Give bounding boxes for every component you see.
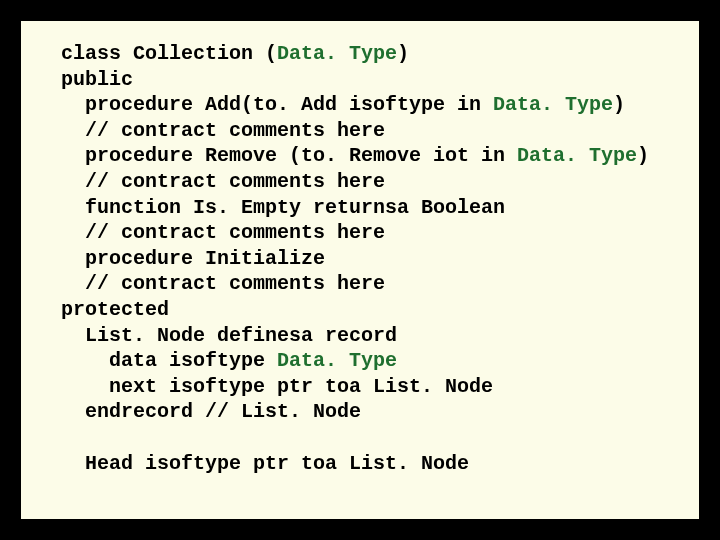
- code-block: class Collection (Data. Type) public pro…: [61, 41, 669, 476]
- code-line: data isoftype: [61, 349, 277, 372]
- code-panel: class Collection (Data. Type) public pro…: [18, 18, 702, 522]
- code-line: procedure Initialize: [61, 247, 325, 270]
- code-text: ): [613, 93, 625, 116]
- code-line: public: [61, 68, 133, 91]
- type-keyword: Data. Type: [277, 349, 397, 372]
- type-keyword: Data. Type: [277, 42, 397, 65]
- code-line: class Collection (: [61, 42, 277, 65]
- code-line: // contract comments here: [61, 221, 385, 244]
- code-text: ): [397, 42, 409, 65]
- code-line: endrecord // List. Node: [61, 400, 361, 423]
- code-line: Head isoftype ptr toa List. Node: [61, 452, 469, 475]
- code-text: ): [637, 144, 649, 167]
- code-line: next isoftype ptr toa List. Node: [61, 375, 493, 398]
- code-line: protected: [61, 298, 169, 321]
- code-line: procedure Remove (to. Remove iot in: [61, 144, 517, 167]
- code-line: List. Node definesa record: [61, 324, 397, 347]
- slide-frame: class Collection (Data. Type) public pro…: [0, 0, 720, 540]
- code-line: // contract comments here: [61, 170, 385, 193]
- code-line: procedure Add(to. Add isoftype in: [61, 93, 493, 116]
- type-keyword: Data. Type: [493, 93, 613, 116]
- code-line: // contract comments here: [61, 119, 385, 142]
- code-line: // contract comments here: [61, 272, 385, 295]
- type-keyword: Data. Type: [517, 144, 637, 167]
- code-line: function Is. Empty returnsa Boolean: [61, 196, 505, 219]
